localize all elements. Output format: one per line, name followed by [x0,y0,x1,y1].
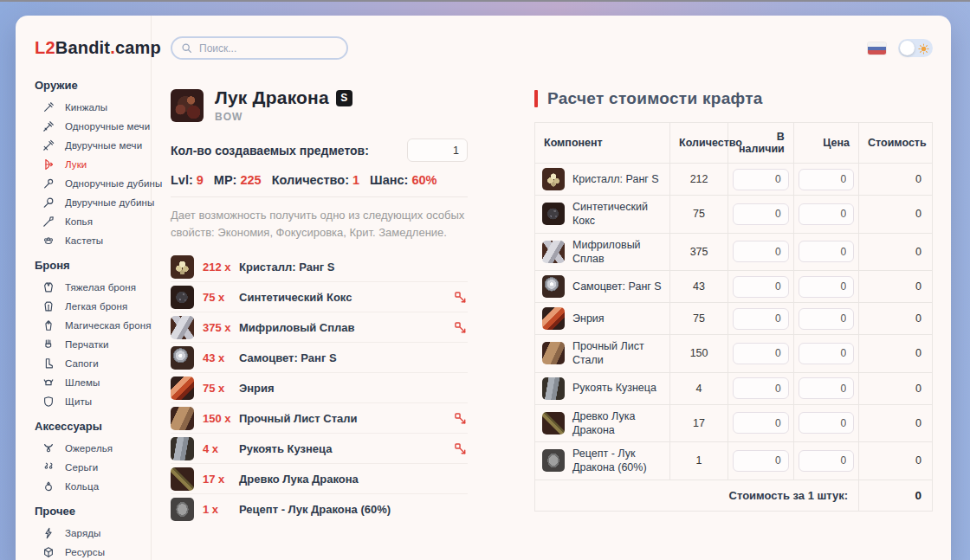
have-input[interactable] [733,241,789,262]
sidebar-item-two-handed-blunts[interactable]: Двуручные дубины [35,193,144,212]
stat: Шанс:60% [370,173,436,187]
sidebar-item-daggers[interactable]: Кинжалы [35,98,144,117]
theme-toggle[interactable] [898,39,933,57]
sidebar-item-one-handed-swords[interactable]: Одноручные мечи [35,117,144,136]
price-input[interactable] [799,203,854,225]
component-row: Синтетический Кокс 75 0 [535,196,933,234]
sidebar-item-charges[interactable]: Заряды [35,524,144,543]
have-input[interactable] [733,343,789,364]
app-logo[interactable]: L2Bandit.camp [35,38,144,58]
item-image [171,89,204,122]
price-input[interactable] [799,450,854,472]
craft-link-icon[interactable] [455,292,466,303]
component-name: Самоцвет: Ранг S [572,280,662,293]
sidebar-item-fist-weapons[interactable]: Кастеты [35,231,144,250]
item-type: BOW [215,111,352,123]
sidebar-item-label: Щиты [65,396,92,407]
have-input[interactable] [733,276,789,298]
heavy-armor-icon [42,281,55,293]
have-input[interactable] [733,450,789,472]
price-input[interactable] [799,276,854,298]
component-image [542,241,565,263]
sidebar-item-label: Серьги [65,462,98,473]
magic-armor-icon [42,319,55,331]
column-header: Компонент [535,123,670,164]
ingredient-image [171,467,194,491]
have-input[interactable] [733,308,789,330]
craft-link-icon[interactable] [455,443,466,454]
sidebar-item-label: Двуручные дубины [65,197,154,208]
price-input[interactable] [799,343,854,364]
ingredient-row: 150 x Прочный Лист Стали [171,403,468,434]
component-row: Рукоять Кузнеца 4 0 [535,372,933,404]
sidebar-item-necklaces[interactable]: Ожерелья [35,439,144,458]
component-quantity: 43 [670,271,728,303]
sidebar-item-gloves[interactable]: Перчатки [35,335,144,354]
price-input[interactable] [799,412,854,434]
price-input[interactable] [799,241,854,262]
have-input[interactable] [733,377,789,399]
sidebar-item-heavy-armor[interactable]: Тяжелая броня [35,278,144,297]
ingredient-image [171,437,194,460]
ingredient-image [171,255,194,279]
grade-badge: S [336,90,352,106]
craft-link-icon[interactable] [455,322,466,333]
russian-flag-icon[interactable] [868,42,886,55]
search-input[interactable] [199,42,338,55]
earring-icon [42,461,55,473]
sidebar-item-rings[interactable]: Кольца [35,477,144,496]
have-input[interactable] [733,169,789,190]
title-accent-bar [534,90,538,107]
sidebar-section: Прочее Заряды Ресурсы [35,505,144,560]
stat: MP:225 [214,173,262,187]
ingredient-image [171,498,194,521]
have-input[interactable] [733,412,789,434]
sidebar-item-shields[interactable]: Щиты [35,392,144,411]
sidebar-item-spears[interactable]: Копья [35,212,144,231]
charge-icon [42,527,55,539]
ingredient-name: Мифриловый Сплав [239,321,455,334]
sidebar-item-label: Перчатки [65,339,108,350]
ingredient-quantity: 4 x [203,442,239,455]
price-input[interactable] [799,308,854,330]
ingredient-quantity: 75 x [203,382,239,395]
sidebar-item-label: Ожерелья [65,443,113,454]
stat-value: 1 [352,173,359,187]
component-cost: 0 [859,196,933,234]
sidebar-item-one-handed-blunts[interactable]: Одноручные дубины [35,174,144,193]
component-quantity: 75 [670,303,728,335]
sidebar-item-resources[interactable]: Ресурсы [35,543,144,560]
two-handed-sword-icon [42,139,55,151]
sidebar-item-boots[interactable]: Сапоги [35,354,144,373]
ingredient-name: Рукоять Кузнеца [239,442,455,455]
sidebar-item-earrings[interactable]: Серьги [35,458,144,477]
sidebar-item-light-armor[interactable]: Легкая броня [35,297,144,316]
sidebar-item-label: Копья [65,216,93,227]
column-header: Цена [793,123,858,164]
column-header: Стоимость [859,123,933,164]
stat-label: Lvl: [171,173,193,187]
have-input[interactable] [733,203,789,225]
craft-count-input[interactable] [407,138,468,162]
sun-icon [918,42,929,58]
ring-icon [42,480,55,492]
ingredient-name: Прочный Лист Стали [239,412,455,425]
component-quantity: 75 [670,196,728,234]
stat-value: 60% [411,173,436,187]
component-cost: 0 [859,442,933,480]
divider [171,196,468,197]
sidebar-item-magic-armor[interactable]: Магическая броня [35,316,144,335]
ingredient-row: 75 x Энрия [171,373,468,403]
sidebar-item-bows[interactable]: Луки [35,155,144,174]
ingredient-quantity: 17 x [203,473,239,486]
search-box[interactable] [171,36,348,60]
sidebar-item-helmets[interactable]: Шлемы [35,373,144,392]
ingredient-row: 43 x Самоцвет: Ранг S [171,343,468,373]
craft-link-icon[interactable] [455,413,466,424]
ingredient-name: Энрия [239,382,468,395]
component-cost: 0 [859,233,933,271]
price-input[interactable] [799,169,854,190]
sidebar-item-two-handed-swords[interactable]: Двуручные мечи [35,136,144,155]
sidebar-item-label: Тяжелая броня [65,282,136,293]
price-input[interactable] [799,377,854,399]
